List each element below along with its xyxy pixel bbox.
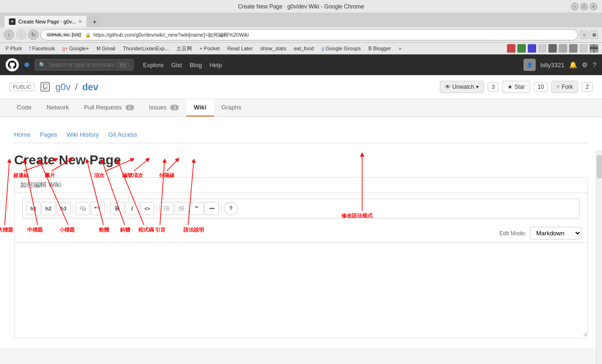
github-search[interactable]: 🔍 ⌘K	[35, 59, 134, 70]
repo-name-link[interactable]: dev	[82, 82, 98, 92]
ext-2[interactable]	[517, 44, 526, 53]
bookmarks-bar: P Plurk f Facebook g+ Google+ M Gmail Th…	[0, 43, 602, 54]
ext-7[interactable]	[569, 44, 578, 53]
reload-btn[interactable]: ↻	[28, 30, 39, 40]
maximize-btn[interactable]: □	[580, 3, 588, 10]
ext-1[interactable]	[507, 44, 515, 53]
ol-btn[interactable]	[174, 202, 189, 215]
tab-pullrequests[interactable]: Pull Requests 0	[77, 99, 142, 116]
notification-icon[interactable]: 🔔	[569, 61, 577, 69]
tab-favicon: ●	[9, 18, 16, 25]
tab-network[interactable]: Network	[39, 99, 77, 116]
repo-icon	[40, 82, 50, 92]
github-username[interactable]: billy3321	[540, 62, 564, 69]
ul-btn[interactable]	[159, 202, 174, 215]
forward-btn[interactable]: ›	[16, 30, 26, 40]
h3-btn[interactable]: h3	[56, 202, 71, 215]
tab-issues[interactable]: Issues 3	[142, 99, 186, 116]
address-bar[interactable]: GitHub, Inc. [US] 🔒 https://github.com/g…	[40, 29, 578, 40]
visibility-badge: PUBLIC	[9, 83, 35, 91]
bookmark-plurk[interactable]: P Plurk	[4, 45, 24, 52]
repo-actions: 👁 Unwatch ▾ 3 ★ Star 10 ⑂ Fork 2	[440, 81, 593, 93]
code-btn[interactable]: <>	[140, 202, 154, 215]
bold-btn[interactable]: B	[110, 202, 124, 215]
minimize-btn[interactable]: −	[571, 3, 578, 10]
nav-blog[interactable]: Blog	[190, 62, 202, 69]
notification-dot[interactable]	[24, 62, 29, 67]
fork-btn[interactable]: ⑂ Fork	[551, 81, 578, 93]
nav-help[interactable]: Help	[209, 62, 222, 69]
ext-4[interactable]	[538, 44, 547, 53]
wiki-editor-textarea[interactable]	[15, 242, 587, 336]
svg-text:大標題: 大標題	[0, 227, 13, 232]
bookmark-star[interactable]: ☆	[580, 31, 588, 39]
h2-btn[interactable]: h2	[41, 202, 55, 215]
bookmark-eatfood[interactable]: eat_food	[292, 45, 316, 52]
tab-code[interactable]: Code	[9, 99, 39, 116]
close-btn[interactable]: ×	[590, 3, 597, 10]
back-btn[interactable]: ‹	[4, 30, 14, 40]
editor-container: h1 h2 h3 B i <>	[14, 177, 588, 338]
ext-6[interactable]	[559, 44, 567, 53]
bookmark-googleplus[interactable]: g+ Google+	[61, 45, 91, 52]
ext-8[interactable]	[579, 44, 588, 53]
svg-line-10	[5, 161, 9, 225]
help-syntax-btn[interactable]: ?	[224, 202, 238, 215]
wiki-gitaccess-link[interactable]: Git Access	[108, 131, 137, 138]
settings-icon[interactable]: ⚙	[582, 61, 588, 69]
editor-toolbar: h1 h2 h3 B i <>	[22, 199, 580, 218]
bookmark-gmail[interactable]: M Gmail	[95, 45, 117, 52]
wiki-history-link[interactable]: Wiki History	[67, 131, 99, 138]
ext-3[interactable]	[528, 44, 536, 53]
bookmark-more[interactable]: »	[397, 45, 404, 52]
page-scrollbar[interactable]	[596, 150, 602, 364]
bookmark-thunder[interactable]: ThunderLixianExp...	[121, 45, 171, 52]
nav-gist[interactable]: Gist	[171, 62, 182, 69]
help-icon[interactable]: ?	[593, 61, 596, 69]
bookmark-stats[interactable]: show_stats	[259, 45, 288, 52]
tab-bar: ● Create New Page · g0v... × +	[0, 13, 602, 27]
tab-graphs[interactable]: Graphs	[214, 99, 249, 116]
ext-5[interactable]	[548, 44, 557, 53]
new-tab-btn[interactable]: +	[89, 16, 100, 27]
wiki-home-link[interactable]: Home	[14, 131, 31, 138]
ext-9[interactable]: 其他書籤	[590, 44, 598, 53]
repo-owner-link[interactable]: g0v	[55, 82, 71, 92]
sep-3	[157, 204, 157, 213]
tab-label: Create New Page · g0v...	[18, 19, 76, 24]
repo-tabs: Code Network Pull Requests 0 Issues 3 Wi…	[0, 99, 602, 117]
extensions-btn[interactable]: ⚙	[590, 31, 598, 39]
h1-btn[interactable]: h1	[26, 202, 40, 215]
user-avatar[interactable]: 👤	[523, 59, 536, 71]
hr-btn[interactable]: ━━	[205, 202, 219, 215]
wiki-pages-link[interactable]: Pages	[40, 131, 57, 138]
star-btn[interactable]: ★ Star	[502, 81, 530, 93]
unwatch-btn[interactable]: 👁 Unwatch ▾	[440, 81, 484, 93]
wiki-title-input[interactable]	[15, 178, 587, 193]
tab-close-btn[interactable]: ×	[79, 18, 82, 25]
window-title: Create New Page · g0v/dev Wiki - Google …	[238, 3, 364, 10]
active-tab[interactable]: ● Create New Page · g0v... ×	[4, 15, 87, 27]
scrollbar-thumb[interactable]	[597, 155, 602, 178]
bookmark-blogger[interactable]: B Blogger	[366, 45, 393, 52]
window-controls: − □ ×	[571, 3, 597, 10]
edit-mode-bar: Edit Mode: Markdown Textile rdoc org cre…	[15, 224, 587, 242]
italic-btn[interactable]: i	[125, 202, 139, 215]
bookmark-tudou[interactable]: 土豆网	[174, 45, 194, 53]
tab-wiki[interactable]: Wiki	[186, 99, 214, 116]
edit-mode-select[interactable]: Markdown Textile rdoc org creole	[530, 227, 582, 240]
bookmark-googlegroups[interactable]: g Google Groups	[319, 45, 363, 52]
github-logo[interactable]	[6, 58, 19, 71]
search-shortcut: ⌘K	[117, 62, 129, 68]
bookmark-readlater[interactable]: Read Later	[225, 45, 254, 52]
quote-btn[interactable]: "	[190, 202, 204, 215]
nav-explore[interactable]: Explore	[143, 62, 164, 69]
search-input[interactable]	[48, 62, 114, 68]
bookmark-facebook[interactable]: f Facebook	[28, 45, 57, 52]
image-btn[interactable]	[91, 202, 105, 215]
page-title: Create New Page	[14, 153, 588, 168]
bookmark-pocket[interactable]: + Pocket	[198, 45, 222, 52]
link-btn[interactable]	[76, 202, 90, 215]
ssl-icon: 🔒	[85, 32, 91, 38]
watch-count: 3	[488, 82, 499, 92]
